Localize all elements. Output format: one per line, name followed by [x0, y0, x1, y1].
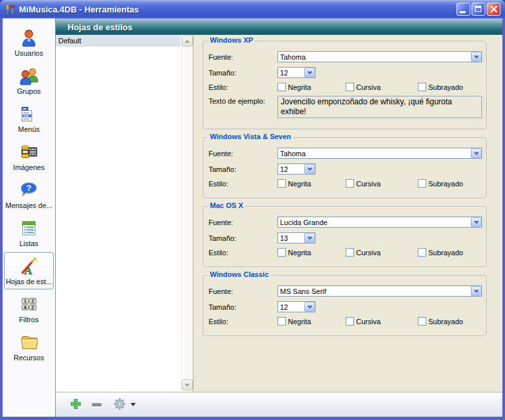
notepad-list-icon	[18, 218, 39, 239]
scroll-up-button[interactable]	[182, 35, 193, 47]
bold-label: Negrita	[288, 83, 311, 91]
user-icon	[18, 28, 39, 49]
underline-checkbox[interactable]	[418, 248, 426, 257]
combo-dropdown-button[interactable]	[471, 286, 481, 296]
minimize-button[interactable]	[456, 3, 470, 16]
minimize-icon	[460, 11, 466, 13]
sample-row: Texto de ejemplo: Jovencillo emponzoñado…	[209, 96, 483, 118]
size-value: 13	[278, 234, 304, 242]
combo-dropdown-button[interactable]	[471, 148, 481, 158]
window-body: Usuarios Grupos	[3, 18, 502, 417]
add-button[interactable]	[68, 397, 83, 413]
bold-checkbox[interactable]	[277, 83, 286, 91]
app-window: MiMusica.4DB - Herramientas	[0, 0, 505, 420]
sidebar-item-listas[interactable]: Listas	[4, 214, 54, 251]
font-row: Fuente: MS Sans Serif	[209, 285, 483, 297]
combo-dropdown-button[interactable]	[304, 164, 315, 174]
size-combobox-vista-seven[interactable]: 12	[277, 163, 315, 175]
font-label: Fuente:	[209, 219, 277, 226]
chevron-down-icon	[474, 150, 478, 154]
bold-checkbox[interactable]	[277, 248, 286, 257]
list-scrollbar[interactable]	[181, 35, 192, 390]
font-value: Tahoma	[278, 53, 471, 61]
maximize-icon	[475, 6, 481, 12]
bold-checkbox[interactable]	[277, 317, 286, 326]
italic-label: Cursiva	[356, 180, 380, 188]
size-label: Tamaño:	[209, 303, 277, 311]
font-combobox-vista-seven[interactable]: Tahoma	[277, 148, 482, 159]
sidebar-item-imagenes[interactable]: Imágenes	[4, 138, 54, 175]
list-item-default[interactable]: Default	[56, 35, 180, 47]
group-title: Windows Classic	[208, 270, 271, 278]
underline-label: Subrayado	[428, 83, 463, 91]
sidebar-item-grupos[interactable]: Grupos	[4, 62, 54, 99]
plus-icon	[70, 398, 81, 411]
style-label: Estilo:	[209, 83, 277, 91]
sidebar-item-menus[interactable]: Menús	[4, 100, 54, 137]
bold-checkbox[interactable]	[277, 179, 286, 188]
menu-window-icon	[18, 104, 39, 125]
sidebar-item-label: Imágenes	[13, 163, 45, 171]
font-label: Fuente:	[209, 53, 277, 61]
chevron-down-icon	[307, 69, 312, 74]
sample-label: Texto de ejemplo:	[209, 97, 277, 105]
underline-checkbox[interactable]	[418, 179, 426, 188]
window-title: MiMusica.4DB - Herramientas	[19, 5, 451, 14]
size-combobox-windows-xp[interactable]: 12	[277, 67, 315, 78]
sidebar-item-filtros[interactable]: 12AZ Filtros	[4, 290, 54, 327]
italic-checkbox[interactable]	[346, 248, 354, 257]
size-combobox-mac-os-x[interactable]: 13	[277, 232, 315, 243]
right-column: Hojas de estilos Default	[56, 18, 502, 417]
combo-dropdown-button[interactable]	[304, 302, 315, 312]
page-title-bar: Hojas de estilos	[56, 18, 502, 35]
combo-dropdown-button[interactable]	[471, 52, 481, 62]
gear-icon	[113, 398, 126, 411]
style-row: Estilo: Negrita Cursiva Su	[209, 248, 483, 257]
chevron-down-icon	[474, 219, 478, 223]
sidebar-item-hojas-de-estilos[interactable]: A Hojas de est...	[4, 252, 54, 289]
group-mac-os-x: Mac OS X Fuente: Lucida Grande Tamaño:	[203, 206, 487, 267]
italic-checkbox[interactable]	[346, 317, 354, 326]
font-row: Fuente: Lucida Grande	[209, 217, 483, 228]
maximize-button[interactable]	[472, 3, 485, 16]
chevron-down-icon	[185, 381, 190, 386]
underline-checkbox[interactable]	[418, 317, 426, 326]
italic-label: Cursiva	[356, 83, 380, 91]
sidebar-item-recursos[interactable]: Recursos	[4, 328, 54, 366]
svg-text:Z: Z	[31, 305, 35, 310]
sidebar-item-usuarios[interactable]: Usuarios	[4, 24, 54, 61]
sample-text-field[interactable]: Jovencillo emponzoñado de whisky, ¡qué f…	[277, 96, 482, 118]
sidebar-item-label: Menús	[18, 125, 39, 133]
combo-dropdown-button[interactable]	[471, 217, 481, 227]
font-combobox-mac-os-x[interactable]: Lucida Grande	[277, 217, 482, 228]
chevron-down-icon	[131, 403, 136, 406]
size-row: Tamaño: 12	[209, 67, 483, 78]
size-label: Tamaño:	[209, 234, 277, 242]
underline-label: Subrayado	[428, 180, 463, 188]
italic-checkbox[interactable]	[346, 179, 354, 188]
style-row: Estilo: Negrita Cursiva Su	[209, 179, 483, 188]
stylesheet-brush-icon: A	[18, 256, 39, 277]
chevron-down-icon	[474, 287, 478, 292]
close-button[interactable]	[487, 3, 500, 16]
remove-button[interactable]	[89, 397, 104, 413]
style-row: Estilo: Negrita Cursiva Su	[209, 317, 483, 326]
sidebar-item-mensajes[interactable]: ? Mensajes de...	[4, 176, 54, 213]
scroll-down-button[interactable]	[182, 379, 193, 390]
font-value: Tahoma	[278, 150, 471, 158]
font-combobox-windows-xp[interactable]: Tahoma	[277, 51, 482, 62]
tools-icon	[5, 4, 16, 15]
italic-checkbox[interactable]	[346, 83, 354, 91]
underline-checkbox[interactable]	[418, 83, 426, 91]
chevron-down-icon	[474, 53, 478, 58]
svg-text:?: ?	[26, 183, 31, 193]
combo-dropdown-button[interactable]	[304, 233, 315, 243]
size-combobox-windows-classic[interactable]: 12	[277, 301, 315, 312]
sidebar-item-label: Filtros	[19, 316, 39, 324]
combo-dropdown-button[interactable]	[304, 68, 315, 77]
settings-menu-button[interactable]	[113, 398, 136, 411]
group-title: Mac OS X	[208, 201, 245, 209]
size-row: Tamaño: 12	[209, 301, 483, 312]
font-combobox-windows-classic[interactable]: MS Sans Serif	[277, 285, 482, 297]
list-toolbar	[56, 392, 502, 417]
